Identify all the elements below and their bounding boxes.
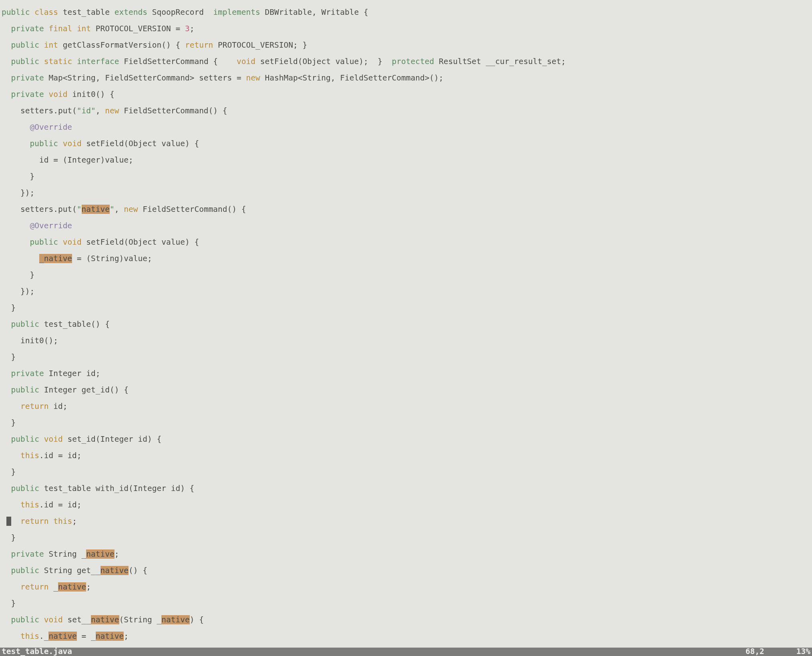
code-line: @Override bbox=[0, 123, 812, 132]
code-line: } bbox=[0, 353, 812, 362]
code-line: public int getClassFormatVersion() { ret… bbox=[0, 41, 812, 50]
code-line: } bbox=[0, 271, 812, 280]
code-line: public test_table() { bbox=[0, 320, 812, 329]
code-line: } bbox=[0, 600, 812, 608]
search-highlight: native bbox=[48, 632, 76, 641]
code-line: } bbox=[0, 304, 812, 312]
code-line: public class test_table extends SqoopRec… bbox=[0, 8, 812, 17]
code-line: _native = (String)value; bbox=[0, 255, 812, 263]
code-line: public static interface FieldSetterComma… bbox=[0, 58, 812, 66]
search-highlight: native bbox=[82, 205, 110, 214]
code-line: return _native; bbox=[0, 583, 812, 592]
search-highlight: native bbox=[100, 566, 129, 575]
code-editor[interactable]: public class test_table extends SqoopRec… bbox=[0, 0, 812, 656]
code-line: @Override bbox=[0, 222, 812, 230]
code-line: } bbox=[0, 173, 812, 181]
search-highlight: native bbox=[91, 615, 119, 624]
code-line: return this; bbox=[0, 517, 812, 526]
search-highlight: native bbox=[86, 549, 114, 559]
status-percent: 13% bbox=[796, 648, 810, 656]
status-filename: test_table.java bbox=[2, 648, 746, 656]
code-line: setters.put("id", new FieldSetterCommand… bbox=[0, 107, 812, 115]
search-highlight: native bbox=[58, 582, 86, 592]
code-line: public test_table with_id(Integer id) { bbox=[0, 485, 812, 493]
status-bar: test_table.java 68,2 13% bbox=[0, 648, 812, 656]
search-highlight: native bbox=[161, 615, 189, 624]
status-position: 68,2 bbox=[746, 648, 764, 656]
code-line: private final int PROTOCOL_VERSION = 3; bbox=[0, 25, 812, 33]
code-line: this.id = id; bbox=[0, 501, 812, 509]
code-line: public void set__native(String _native) … bbox=[0, 616, 812, 624]
code-line: private void init0() { bbox=[0, 91, 812, 99]
cursor bbox=[6, 517, 11, 526]
search-highlight: _native bbox=[39, 254, 72, 263]
code-line: private Map<String, FieldSetterCommand> … bbox=[0, 74, 812, 83]
code-line: init0(); bbox=[0, 337, 812, 345]
code-line: } bbox=[0, 468, 812, 477]
code-line: this.id = id; bbox=[0, 452, 812, 460]
code-line: setters.put("native", new FieldSetterCom… bbox=[0, 205, 812, 214]
code-line: return id; bbox=[0, 402, 812, 411]
code-line: id = (Integer)value; bbox=[0, 156, 812, 165]
code-line: this._native = _native; bbox=[0, 632, 812, 641]
code-line: private String _native; bbox=[0, 550, 812, 559]
code-line: public void setField(Object value) { bbox=[0, 140, 812, 148]
code-line: public void set_id(Integer id) { bbox=[0, 435, 812, 444]
code-line: }); bbox=[0, 288, 812, 296]
code-line: }); bbox=[0, 189, 812, 197]
code-line: } bbox=[0, 419, 812, 427]
code-line: } bbox=[0, 534, 812, 542]
search-highlight: native bbox=[96, 632, 124, 641]
code-line: public Integer get_id() { bbox=[0, 386, 812, 394]
code-line: public String get__native() { bbox=[0, 567, 812, 575]
code-line: private Integer id; bbox=[0, 370, 812, 378]
code-line: public void setField(Object value) { bbox=[0, 238, 812, 247]
